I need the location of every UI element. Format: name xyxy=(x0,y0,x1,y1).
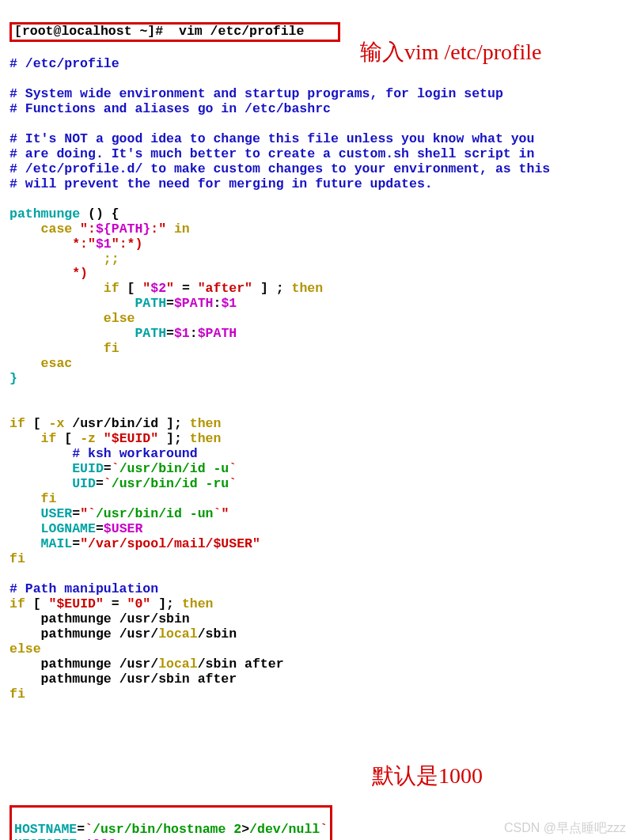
hostname-box: HOSTNAME=`/usr/bin/hostname 2>/dev/null`… xyxy=(9,805,332,840)
if-line: if [ -z "$EUID" ]; then xyxy=(41,431,222,446)
case-sep: ;; xyxy=(104,252,119,267)
fi-kw: fi xyxy=(41,491,57,506)
if-line: if [ "$2" = "after" ] ; then xyxy=(104,281,323,296)
comment: # are doing. It's much better to create … xyxy=(9,146,534,161)
case-star: *) xyxy=(72,266,88,281)
annotation-top: 输入vim /etc/profile xyxy=(360,40,541,65)
terminal-output: [root@localhost ~]# vim /etc/profile # /… xyxy=(0,0,637,702)
code-line: pathmunge /usr/sbin xyxy=(41,611,190,626)
assign-line: HISTSIZE=1000 xyxy=(14,837,116,840)
close-brace: } xyxy=(9,371,17,386)
comment: # /etc/profile xyxy=(9,56,119,71)
assign-line: HOSTNAME=`/usr/bin/hostname 2>/dev/null` xyxy=(14,822,328,837)
comment: # System wide environment and startup pr… xyxy=(9,86,503,101)
fi-kw: fi xyxy=(9,551,25,566)
else-kw: else xyxy=(104,311,135,326)
command-box: [root@localhost ~]# vim /etc/profile xyxy=(9,22,340,42)
assign-line: UID=`/usr/bin/id -ru` xyxy=(72,476,237,491)
code-line: pathmunge /usr/local/sbin xyxy=(41,626,237,641)
func-def: pathmunge () { xyxy=(9,206,119,221)
assign-line: EUID=`/usr/bin/id -u` xyxy=(72,461,237,476)
watermark: CSDN @早点睡吧zzz xyxy=(504,821,626,835)
comment: # /etc/profile.d/ to make custom changes… xyxy=(9,161,550,176)
code-line: pathmunge /usr/local/sbin after xyxy=(41,656,284,672)
assign-line: PATH=$1:$PATH xyxy=(135,326,237,341)
assign-line: MAIL="/var/spool/mail/$USER" xyxy=(41,536,260,551)
code-line: pathmunge /usr/sbin after xyxy=(41,672,237,687)
comment: # Path manipulation xyxy=(9,581,158,596)
prompt-text: [root@localhost ~]# vim /etc/profile xyxy=(14,24,336,39)
fi-kw: fi xyxy=(104,341,119,356)
assign-line: LOGNAME=$USER xyxy=(41,521,143,536)
annotation-bottom: 默认是1000 xyxy=(372,763,483,789)
if-line: if [ -x /usr/bin/id ]; then xyxy=(9,416,221,431)
assign-line: USER="`/usr/bin/id -un`" xyxy=(41,506,229,521)
esac-kw: esac xyxy=(41,356,73,371)
comment: # ksh workaround xyxy=(72,446,197,461)
if-line: if [ "$EUID" = "0" ]; then xyxy=(9,596,214,611)
comment: # will prevent the need for merging in f… xyxy=(9,176,433,191)
comment: # It's NOT a good idea to change this fi… xyxy=(9,131,534,146)
case-line: case ":${PATH}:" in xyxy=(41,221,190,236)
case-branch: *:"$1":*) xyxy=(72,236,142,252)
fi-kw: fi xyxy=(9,687,25,702)
comment: # Functions and aliases go in /etc/bashr… xyxy=(9,101,331,116)
assign-line: PATH=$PATH:$1 xyxy=(135,296,237,311)
else-kw: else xyxy=(9,641,41,656)
